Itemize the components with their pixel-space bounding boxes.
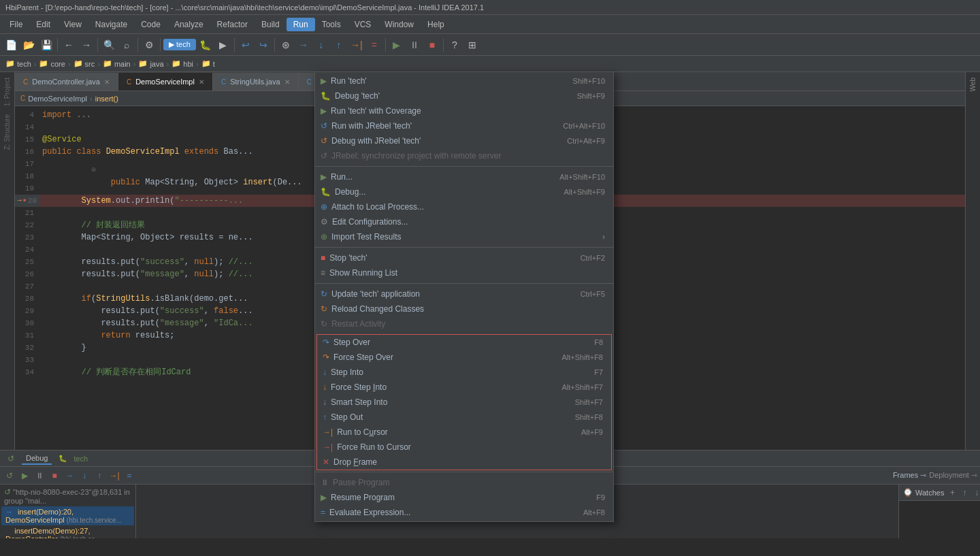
menu-analyze[interactable]: Analyze — [167, 18, 210, 31]
dropdown-step-into[interactable]: ↓ Step Into F7 — [317, 365, 611, 380]
menu-edit[interactable]: Edit — [29, 18, 57, 31]
toolbar-step-over[interactable]: → — [295, 37, 312, 53]
toolbar-help[interactable]: ? — [446, 37, 463, 53]
menu-view[interactable]: View — [57, 18, 88, 31]
debug-btn-resume[interactable]: ▶ — [18, 469, 31, 483]
debug-frame-reload[interactable]: ↺ "http-nio-8080-exec-23"@18,631 in grou… — [1, 486, 134, 506]
dropdown-drop-frame[interactable]: ✕ Drop Frame — [317, 455, 611, 470]
toolbar-resume[interactable]: ▶ — [389, 37, 405, 53]
web-label[interactable]: Web — [969, 75, 977, 94]
menu-run[interactable]: Run — [287, 18, 315, 31]
toolbar-evaluate[interactable]: = — [366, 37, 382, 53]
debug-frames: ↺ "http-nio-8080-exec-23"@18,631 in grou… — [0, 485, 136, 538]
breadcrumb-tech[interactable]: 📁 tech — [5, 59, 31, 68]
menu-file[interactable]: File — [3, 18, 29, 31]
dropdown-attach[interactable]: ⊕ Attach to Local Process... — [315, 199, 613, 214]
toolbar-forward[interactable]: → — [78, 37, 95, 53]
dropdown-evaluate[interactable]: = Evaluate Expression... Alt+F8 — [315, 505, 613, 520]
dropdown-force-step-over[interactable]: ↷ Force Step Over Alt+Shift+F8 — [317, 350, 611, 365]
breadcrumb-method[interactable]: insert() — [95, 95, 118, 103]
dropdown-force-run-cursor[interactable]: →| Force Run to Cursor — [317, 440, 611, 455]
dropdown-debug-tech[interactable]: 🐛 Debug 'tech' Shift+F9 — [315, 88, 613, 103]
debug-tab-main[interactable]: Debug — [22, 453, 52, 465]
breadcrumb-main[interactable]: 📁 main — [103, 59, 131, 68]
tab-demoserviceimpl[interactable]: C DemoServiceImpl ✕ — [118, 73, 213, 91]
toolbar-search2[interactable]: ⌕ — [118, 37, 135, 53]
tab-close-stringutils[interactable]: ✕ — [284, 78, 290, 86]
breadcrumb-t[interactable]: 📁 t — [201, 59, 215, 68]
debug-btn-step-into[interactable]: ↓ — [78, 469, 91, 483]
tab-democontroller[interactable]: C DemoController.java ✕ — [15, 73, 118, 91]
menu-build[interactable]: Build — [255, 18, 287, 31]
menu-help[interactable]: Help — [421, 18, 451, 31]
toolbar-pause[interactable]: ⏸ — [406, 37, 423, 53]
breadcrumb-core[interactable]: 📁 core — [39, 59, 65, 68]
debug-btn-eval[interactable]: = — [122, 469, 136, 483]
menu-navigate[interactable]: Navigate — [88, 18, 134, 31]
dropdown-step-out[interactable]: ↑ Step Out Shift+F8 — [317, 410, 611, 425]
toolbar-new[interactable]: 📄 — [3, 37, 19, 53]
dropdown-run-cursor[interactable]: →| Run to Cursor Alt+F9 — [317, 425, 611, 440]
debug-btn-step-out[interactable]: ↑ — [93, 469, 106, 483]
debug-btn-stop[interactable]: ■ — [48, 469, 61, 483]
menu-code[interactable]: Code — [134, 18, 167, 31]
watches-down-btn[interactable]: ↓ — [971, 487, 980, 498]
toolbar-undo[interactable]: ↩ — [238, 37, 254, 53]
toolbar-run-btn[interactable]: ▶ tech — [163, 39, 196, 50]
breadcrumb-src[interactable]: 📁 src — [74, 59, 95, 68]
menu-window[interactable]: Window — [378, 18, 421, 31]
menu-refactor[interactable]: Refactor — [210, 18, 255, 31]
dropdown-run-jrebel[interactable]: ↺ Run with JRebel 'tech' Ctrl+Alt+F10 — [315, 118, 613, 133]
sidebar-project[interactable]: 1: Project — [3, 75, 11, 109]
tab-stringutils[interactable]: C StringUtils.java ✕ — [213, 73, 299, 91]
frames-tab[interactable]: Frames ⇾ — [893, 471, 926, 480]
dropdown-smart-step-into[interactable]: ↓ Smart Step Into Shift+F7 — [317, 395, 611, 410]
toolbar-debug[interactable]: 🐛 — [197, 37, 214, 53]
dropdown-import-test[interactable]: ⊕ Import Test Results › — [315, 229, 613, 244]
dropdown-reload-classes[interactable]: ↻ Reload Changed Classes — [315, 301, 613, 316]
debug-frame-insert[interactable]: → insert(Demo):20, DemoServiceImpl (hbi.… — [1, 506, 134, 525]
dropdown-resume[interactable]: ▶ Resume Program F9 — [315, 490, 613, 505]
toolbar-step-out[interactable]: ↑ — [331, 37, 347, 53]
toolbar-save[interactable]: 💾 — [38, 37, 54, 53]
menu-vcs[interactable]: VCS — [348, 18, 378, 31]
debug-btn-step-over[interactable]: → — [63, 469, 76, 483]
tab-close-demoserviceimpl[interactable]: ✕ — [199, 78, 204, 86]
debug-btn-pause[interactable]: ⏸ — [33, 469, 46, 483]
menu-tools[interactable]: Tools — [315, 18, 348, 31]
dropdown-debug-jrebel[interactable]: ↺ Debug with JRebel 'tech' Ctrl+Alt+F9 — [315, 133, 613, 148]
toolbar-run-cursor[interactable]: →| — [348, 37, 365, 53]
dropdown-stop-tech[interactable]: ■ Stop 'tech' Ctrl+F2 — [315, 250, 613, 265]
sidebar-structure[interactable]: Z: Structure — [3, 112, 11, 152]
watches-add-btn[interactable]: + — [947, 487, 958, 498]
dropdown-run-tech[interactable]: ▶ Run 'tech' Shift+F10 — [315, 73, 613, 88]
dropdown-debug-dots[interactable]: 🐛 Debug... Alt+Shift+F9 — [315, 184, 613, 199]
dropdown-running-list[interactable]: ≡ Show Running List — [315, 265, 613, 280]
dropdown-update-tech[interactable]: ↻ Update 'tech' application Ctrl+F5 — [315, 287, 613, 301]
toolbar-stop[interactable]: ■ — [424, 37, 440, 53]
breadcrumb-hbi[interactable]: 📁 hbi — [172, 59, 193, 68]
dropdown-step-over[interactable]: ↷ Step Over F8 — [317, 335, 611, 350]
breadcrumb-class[interactable]: DemoServiceImpl — [28, 95, 87, 103]
toolbar-breakpoints[interactable]: ⊛ — [278, 37, 294, 53]
debug-refresh-icon[interactable]: ↺ — [5, 453, 16, 464]
debug-btn-rerun[interactable]: ↺ — [3, 469, 16, 483]
debug-btn-run-cursor[interactable]: →| — [108, 469, 121, 483]
breadcrumb-java[interactable]: 📁 java — [138, 59, 163, 68]
dropdown-run-dots[interactable]: ▶ Run... Alt+Shift+F10 — [315, 169, 613, 184]
toolbar-step-into[interactable]: ↓ — [313, 37, 329, 53]
toolbar-coverage[interactable]: ▶ — [215, 37, 231, 53]
watches-up-btn[interactable]: ↑ — [959, 487, 970, 498]
deployment-tab[interactable]: Deployment ⇾ — [929, 471, 977, 480]
tab-close-democontroller[interactable]: ✕ — [104, 78, 110, 86]
toolbar-settings[interactable]: ⚙ — [141, 37, 157, 53]
toolbar-redo[interactable]: ↪ — [255, 37, 272, 53]
toolbar-back[interactable]: ← — [61, 37, 77, 53]
toolbar-open[interactable]: 📂 — [20, 37, 37, 53]
debug-frame-insertdemo[interactable]: insertDemo(Demo):27, DemoController (hbi… — [1, 525, 134, 538]
dropdown-run-coverage[interactable]: ▶ Run 'tech' with Coverage — [315, 103, 613, 118]
dropdown-force-step-into[interactable]: ↓ Force Step Into Alt+Shift+F7 — [317, 380, 611, 395]
toolbar-ext[interactable]: ⊞ — [464, 37, 480, 53]
toolbar-search1[interactable]: 🔍 — [101, 37, 117, 53]
dropdown-edit-config[interactable]: ⚙ Edit Configurations... — [315, 214, 613, 229]
